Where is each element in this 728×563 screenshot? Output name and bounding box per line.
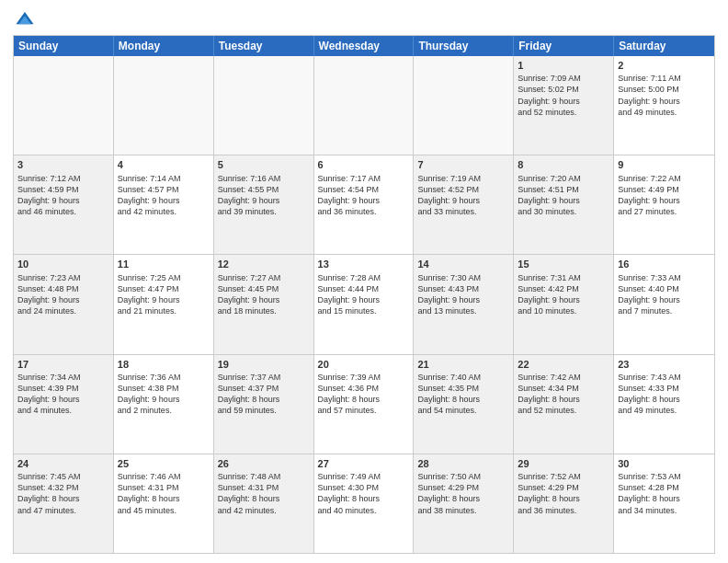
cell-info: Sunrise: 7:22 AM Sunset: 4:49 PM Dayligh… xyxy=(618,173,711,218)
cell-info: Sunrise: 7:30 AM Sunset: 4:43 PM Dayligh… xyxy=(417,272,509,317)
day-number: 7 xyxy=(417,158,509,171)
cell-info: Sunrise: 7:42 AM Sunset: 4:34 PM Dayligh… xyxy=(518,372,609,417)
cal-cell-5: 5Sunrise: 7:16 AM Sunset: 4:55 PM Daylig… xyxy=(214,155,314,254)
day-number: 25 xyxy=(118,457,210,470)
cal-cell-29: 29Sunrise: 7:52 AM Sunset: 4:29 PM Dayli… xyxy=(514,454,614,553)
cell-info: Sunrise: 7:25 AM Sunset: 4:47 PM Dayligh… xyxy=(118,272,210,317)
cal-cell-empty-0-2 xyxy=(214,56,314,155)
cal-cell-empty-0-0 xyxy=(14,56,114,155)
logo xyxy=(13,9,37,29)
day-number: 3 xyxy=(17,158,109,171)
calendar-header: SundayMondayTuesdayWednesdayThursdayFrid… xyxy=(14,36,714,56)
header-day-tuesday: Tuesday xyxy=(214,36,314,56)
cal-cell-25: 25Sunrise: 7:46 AM Sunset: 4:31 PM Dayli… xyxy=(114,454,214,553)
cal-cell-11: 11Sunrise: 7:25 AM Sunset: 4:47 PM Dayli… xyxy=(114,255,214,353)
day-number: 29 xyxy=(518,457,609,470)
header-day-saturday: Saturday xyxy=(614,36,714,56)
logo-icon xyxy=(15,9,35,29)
day-number: 21 xyxy=(417,358,509,371)
day-number: 15 xyxy=(518,258,609,270)
cal-cell-4: 4Sunrise: 7:14 AM Sunset: 4:57 PM Daylig… xyxy=(114,155,214,254)
day-number: 1 xyxy=(518,59,609,72)
cell-info: Sunrise: 7:39 AM Sunset: 4:36 PM Dayligh… xyxy=(318,372,410,417)
page: SundayMondayTuesdayWednesdayThursdayFrid… xyxy=(0,0,728,563)
day-number: 2 xyxy=(618,59,711,72)
header-day-monday: Monday xyxy=(114,36,214,56)
cal-cell-20: 20Sunrise: 7:39 AM Sunset: 4:36 PM Dayli… xyxy=(314,355,415,454)
header-day-sunday: Sunday xyxy=(14,36,114,56)
day-number: 11 xyxy=(118,258,210,270)
cell-info: Sunrise: 7:37 AM Sunset: 4:37 PM Dayligh… xyxy=(218,372,310,417)
day-number: 8 xyxy=(518,158,609,171)
cell-info: Sunrise: 7:11 AM Sunset: 5:00 PM Dayligh… xyxy=(618,73,711,118)
day-number: 23 xyxy=(618,358,711,371)
header-day-thursday: Thursday xyxy=(414,36,514,56)
cell-info: Sunrise: 7:46 AM Sunset: 4:31 PM Dayligh… xyxy=(118,471,210,516)
cell-info: Sunrise: 7:12 AM Sunset: 4:59 PM Dayligh… xyxy=(17,173,109,218)
cal-cell-6: 6Sunrise: 7:17 AM Sunset: 4:54 PM Daylig… xyxy=(314,155,415,254)
day-number: 28 xyxy=(417,457,509,470)
cell-info: Sunrise: 7:40 AM Sunset: 4:35 PM Dayligh… xyxy=(417,372,509,417)
cal-cell-3: 3Sunrise: 7:12 AM Sunset: 4:59 PM Daylig… xyxy=(14,155,114,254)
cal-cell-28: 28Sunrise: 7:50 AM Sunset: 4:29 PM Dayli… xyxy=(414,454,514,553)
cell-info: Sunrise: 7:20 AM Sunset: 4:51 PM Dayligh… xyxy=(518,173,609,218)
day-number: 30 xyxy=(618,457,711,470)
cal-cell-16: 16Sunrise: 7:33 AM Sunset: 4:40 PM Dayli… xyxy=(614,255,714,353)
header xyxy=(13,9,715,29)
day-number: 22 xyxy=(518,358,609,371)
cal-row-2: 10Sunrise: 7:23 AM Sunset: 4:48 PM Dayli… xyxy=(14,254,714,353)
day-number: 20 xyxy=(318,358,410,371)
cal-cell-9: 9Sunrise: 7:22 AM Sunset: 4:49 PM Daylig… xyxy=(614,155,714,254)
cal-cell-24: 24Sunrise: 7:45 AM Sunset: 4:32 PM Dayli… xyxy=(14,454,114,553)
day-number: 12 xyxy=(218,258,310,270)
cal-cell-19: 19Sunrise: 7:37 AM Sunset: 4:37 PM Dayli… xyxy=(214,355,314,454)
day-number: 19 xyxy=(218,358,310,371)
cal-cell-empty-0-3 xyxy=(314,56,415,155)
cell-info: Sunrise: 7:14 AM Sunset: 4:57 PM Dayligh… xyxy=(118,173,210,218)
day-number: 6 xyxy=(318,158,410,171)
cal-cell-1: 1Sunrise: 7:09 AM Sunset: 5:02 PM Daylig… xyxy=(514,56,614,155)
cell-info: Sunrise: 7:33 AM Sunset: 4:40 PM Dayligh… xyxy=(618,272,711,317)
cal-cell-empty-0-1 xyxy=(114,56,214,155)
day-number: 24 xyxy=(17,457,109,470)
cal-row-1: 3Sunrise: 7:12 AM Sunset: 4:59 PM Daylig… xyxy=(14,155,714,254)
day-number: 17 xyxy=(17,358,109,371)
cell-info: Sunrise: 7:19 AM Sunset: 4:52 PM Dayligh… xyxy=(417,173,509,218)
cell-info: Sunrise: 7:45 AM Sunset: 4:32 PM Dayligh… xyxy=(17,471,109,516)
cell-info: Sunrise: 7:09 AM Sunset: 5:02 PM Dayligh… xyxy=(518,73,609,118)
cal-cell-26: 26Sunrise: 7:48 AM Sunset: 4:31 PM Dayli… xyxy=(214,454,314,553)
cal-cell-empty-0-4 xyxy=(414,56,514,155)
cal-cell-10: 10Sunrise: 7:23 AM Sunset: 4:48 PM Dayli… xyxy=(14,255,114,353)
cal-cell-23: 23Sunrise: 7:43 AM Sunset: 4:33 PM Dayli… xyxy=(614,355,714,454)
cell-info: Sunrise: 7:34 AM Sunset: 4:39 PM Dayligh… xyxy=(17,372,109,417)
day-number: 5 xyxy=(218,158,310,171)
day-number: 10 xyxy=(17,258,109,270)
cell-info: Sunrise: 7:49 AM Sunset: 4:30 PM Dayligh… xyxy=(318,471,410,516)
cell-info: Sunrise: 7:50 AM Sunset: 4:29 PM Dayligh… xyxy=(417,471,509,516)
cell-info: Sunrise: 7:27 AM Sunset: 4:45 PM Dayligh… xyxy=(218,272,310,317)
day-number: 27 xyxy=(318,457,410,470)
cal-cell-7: 7Sunrise: 7:19 AM Sunset: 4:52 PM Daylig… xyxy=(414,155,514,254)
cal-cell-14: 14Sunrise: 7:30 AM Sunset: 4:43 PM Dayli… xyxy=(414,255,514,353)
day-number: 14 xyxy=(417,258,509,270)
cell-info: Sunrise: 7:48 AM Sunset: 4:31 PM Dayligh… xyxy=(218,471,310,516)
cal-cell-18: 18Sunrise: 7:36 AM Sunset: 4:38 PM Dayli… xyxy=(114,355,214,454)
day-number: 26 xyxy=(218,457,310,470)
cal-cell-17: 17Sunrise: 7:34 AM Sunset: 4:39 PM Dayli… xyxy=(14,355,114,454)
cal-cell-30: 30Sunrise: 7:53 AM Sunset: 4:28 PM Dayli… xyxy=(614,454,714,553)
header-day-wednesday: Wednesday xyxy=(314,36,415,56)
cal-cell-13: 13Sunrise: 7:28 AM Sunset: 4:44 PM Dayli… xyxy=(314,255,415,353)
day-number: 18 xyxy=(118,358,210,371)
cell-info: Sunrise: 7:36 AM Sunset: 4:38 PM Dayligh… xyxy=(118,372,210,417)
cal-row-3: 17Sunrise: 7:34 AM Sunset: 4:39 PM Dayli… xyxy=(14,354,714,454)
cell-info: Sunrise: 7:17 AM Sunset: 4:54 PM Dayligh… xyxy=(318,173,410,218)
cell-info: Sunrise: 7:28 AM Sunset: 4:44 PM Dayligh… xyxy=(318,272,410,317)
calendar-body: 1Sunrise: 7:09 AM Sunset: 5:02 PM Daylig… xyxy=(14,56,714,553)
calendar: SundayMondayTuesdayWednesdayThursdayFrid… xyxy=(13,35,715,554)
cell-info: Sunrise: 7:43 AM Sunset: 4:33 PM Dayligh… xyxy=(618,372,711,417)
cell-info: Sunrise: 7:53 AM Sunset: 4:28 PM Dayligh… xyxy=(618,471,711,516)
cal-cell-2: 2Sunrise: 7:11 AM Sunset: 5:00 PM Daylig… xyxy=(614,56,714,155)
cell-info: Sunrise: 7:23 AM Sunset: 4:48 PM Dayligh… xyxy=(17,272,109,317)
header-day-friday: Friday xyxy=(514,36,614,56)
cal-cell-27: 27Sunrise: 7:49 AM Sunset: 4:30 PM Dayli… xyxy=(314,454,415,553)
